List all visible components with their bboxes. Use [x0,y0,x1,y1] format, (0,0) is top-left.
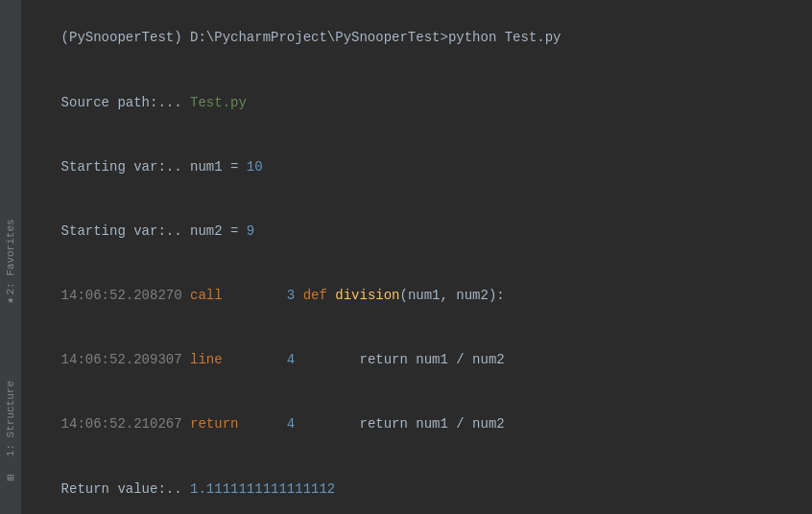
timestamp: 14:06:52.210267 [61,416,190,432]
terminal-output: (PySnooperTest) D:\PycharmProject\PySnoo… [21,0,812,514]
code-return: return num1 / num2 [327,352,505,367]
lineno: 3 [287,288,303,303]
code-return: return num1 / num2 [327,416,505,432]
terminal-line: Return value:.. 1.1111111111111112 [29,456,812,514]
def-keyword: def [303,288,336,303]
favorites-star-icon[interactable]: ★ [7,292,13,307]
terminal-line: Source path:... Test.py [29,70,812,134]
structure-grid-icon[interactable]: ⊞ [7,471,13,485]
sidebar-panel: 2: Favorites ★ 1: Structure ⊞ [0,0,21,514]
function-name: division [335,288,399,303]
terminal-line: Starting var:.. num1 = 10 [29,134,812,199]
terminal-line: 14:06:52.210267 return 4 return num1 / n… [29,392,812,456]
timestamp: 14:06:52.208270 [61,288,190,303]
timestamp: 14:06:52.209307 [61,352,190,367]
command-text: (PySnooperTest) D:\PycharmProject\PySnoo… [61,30,561,45]
var-value: 9 [247,223,254,239]
source-file: Test.py [190,95,247,110]
var-value: 10 [247,159,263,175]
terminal-line: 14:06:52.209307 line 4 return num1 / num… [29,328,812,392]
terminal-line: (PySnooperTest) D:\PycharmProject\PySnoo… [29,6,812,70]
source-label: Source path:... [61,95,190,110]
lineno: 4 [287,416,327,432]
starting-label: Starting var:.. num1 = [61,159,247,175]
return-label: Return value:.. [61,481,190,497]
favorites-label[interactable]: 2: Favorites [5,219,16,294]
event-type: return [190,416,287,432]
event-type: call [190,288,287,303]
params: (num1, num2): [400,288,505,303]
structure-label[interactable]: 1: Structure [5,381,16,456]
event-type: line [190,352,287,367]
return-value: 1.1111111111111112 [190,481,335,497]
starting-label: Starting var:.. num2 = [61,223,247,239]
terminal-line: Starting var:.. num2 = 9 [29,199,812,264]
lineno: 4 [287,352,327,367]
terminal-line: 14:06:52.208270 call 3 def division(num1… [29,264,812,328]
